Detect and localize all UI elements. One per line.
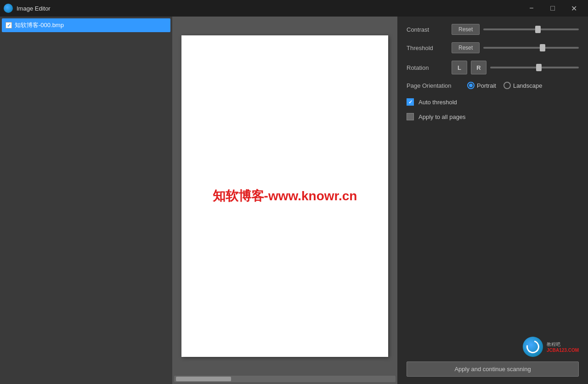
orientation-radio-group: Portrait Landscape	[467, 82, 543, 89]
landscape-radio[interactable]: Landscape	[503, 82, 543, 89]
file-list-panel: 知软博客-000.bmp	[0, 17, 172, 384]
watermark-line2: JCBA123.COM	[547, 348, 579, 353]
apply-all-pages-label: Apply to all pages	[418, 113, 466, 120]
window-title: Image Editor	[17, 5, 521, 12]
image-watermark-text: 知软博客-www.knowr.cn	[213, 187, 357, 205]
maximize-button[interactable]: □	[542, 0, 563, 17]
titlebar: Image Editor − □ ✕	[0, 0, 588, 17]
threshold-slider[interactable]	[483, 47, 579, 49]
file-list-item[interactable]: 知软博客-000.bmp	[2, 18, 170, 32]
contrast-reset-button[interactable]: Reset	[452, 24, 480, 35]
watermark-text: 教程吧 JCBA123.COM	[547, 341, 579, 353]
auto-threshold-checkbox[interactable]	[407, 98, 414, 106]
horizontal-scrollbar[interactable]	[174, 376, 396, 382]
contrast-slider[interactable]	[483, 28, 579, 30]
portrait-radio[interactable]: Portrait	[467, 82, 496, 89]
threshold-reset-button[interactable]: Reset	[452, 42, 480, 53]
orientation-control: Page Orientation Portrait Landscape	[407, 82, 579, 89]
rotation-slider-thumb[interactable]	[536, 64, 542, 71]
portrait-radio-label: Portrait	[477, 82, 496, 89]
auto-threshold-row: Auto threshold	[407, 98, 579, 106]
rotation-label: Rotation	[407, 64, 448, 71]
rotate-left-button[interactable]: L	[452, 61, 467, 74]
controls-panel: Contrast Reset Threshold Reset Rotation …	[397, 17, 588, 384]
contrast-slider-thumb[interactable]	[535, 26, 541, 33]
threshold-slider-thumb[interactable]	[540, 44, 545, 51]
threshold-label: Threshold	[407, 45, 448, 51]
rotation-slider[interactable]	[490, 67, 579, 68]
rotation-control: Rotation L R	[407, 61, 579, 74]
rotate-right-button[interactable]: R	[471, 61, 486, 74]
contrast-label: Contrast	[407, 26, 448, 33]
file-checkbox[interactable]	[6, 22, 12, 28]
file-name-label: 知软博客-000.bmp	[15, 21, 64, 29]
portrait-radio-circle[interactable]	[467, 82, 475, 89]
landscape-radio-label: Landscape	[513, 82, 543, 89]
image-canvas: 知软博客-www.knowr.cn	[172, 17, 397, 376]
window-controls: − □ ✕	[521, 0, 584, 17]
image-display: 知软博客-www.knowr.cn	[181, 35, 388, 357]
apply-all-pages-row: Apply to all pages	[407, 113, 579, 120]
main-layout: 知软博客-000.bmp 知软博客-www.knowr.cn Contrast …	[0, 17, 588, 384]
scrollbar-thumb[interactable]	[176, 377, 231, 381]
watermark-logo-icon	[523, 337, 543, 357]
apply-continue-scanning-button[interactable]: Apply and continue scanning	[407, 361, 579, 377]
auto-threshold-label: Auto threshold	[418, 99, 457, 106]
watermark-line1: 教程吧	[547, 341, 579, 348]
app-icon	[4, 4, 13, 13]
apply-all-pages-checkbox[interactable]	[407, 113, 414, 120]
minimize-button[interactable]: −	[521, 0, 542, 17]
landscape-radio-circle[interactable]	[503, 82, 511, 89]
orientation-label: Page Orientation	[407, 82, 462, 89]
close-button[interactable]: ✕	[563, 0, 584, 17]
threshold-control: Threshold Reset	[407, 42, 579, 53]
contrast-control: Contrast Reset	[407, 24, 579, 35]
image-preview-panel: 知软博客-www.knowr.cn	[172, 17, 397, 384]
